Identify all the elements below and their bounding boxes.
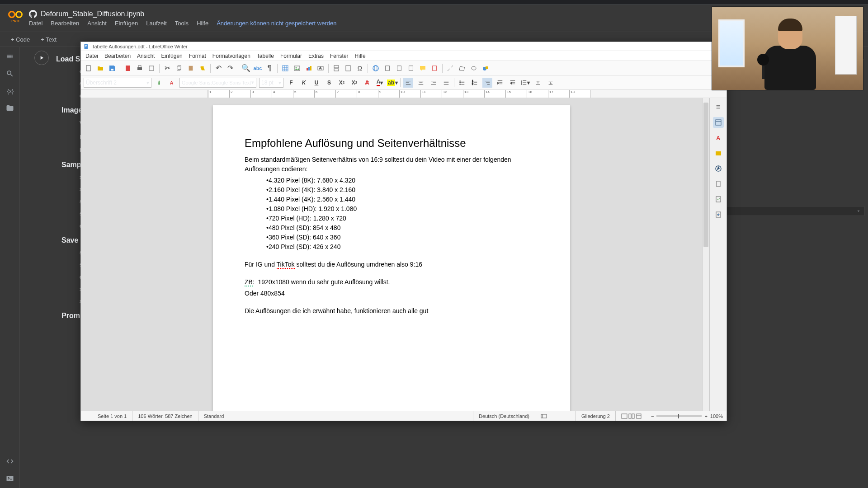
italic-button[interactable]: K	[299, 78, 309, 88]
doc-heading[interactable]: Empfohlene Auflösung und Seitenverhältni…	[245, 137, 538, 150]
para-spacing-inc-button[interactable]	[533, 78, 543, 88]
lo-menu-formatvorlagen[interactable]: Formatvorlagen	[212, 53, 250, 59]
status-view-icons[interactable]	[616, 411, 647, 421]
bullet-0[interactable]: •4.320 Pixel (8K): 7.680 x 4.320	[266, 176, 538, 185]
doc-final[interactable]: Die Auflösungen die ich erwähnt habe, fu…	[245, 306, 538, 316]
lo-page-area[interactable]: Empfohlene Auflösung und Seitenverhältni…	[81, 98, 702, 411]
sidebar-page-icon[interactable]	[713, 178, 724, 189]
add-code-button[interactable]: + Code	[7, 34, 33, 45]
paste-icon[interactable]	[186, 63, 196, 73]
doc-oder[interactable]: Oder 480x854	[245, 289, 538, 298]
bullet-list-button[interactable]	[457, 78, 467, 88]
save-icon[interactable]	[107, 63, 117, 73]
variables-icon[interactable]: {x}	[6, 87, 14, 95]
folder-icon[interactable]	[6, 104, 14, 112]
indent-dec-button[interactable]	[508, 78, 518, 88]
paragraph-style-combo[interactable]: Überschrift 2▾	[84, 78, 151, 88]
doc-bullets[interactable]: •4.320 Pixel (8K): 7.680 x 4.320 •2.160 …	[245, 176, 538, 252]
doc-intro[interactable]: Beim standardmäßigen Seitenverhältnis vo…	[245, 155, 538, 174]
font-name-combo[interactable]: Google Sans;Google Sans Text;R▾	[179, 78, 256, 88]
lo-menu-ansicht[interactable]: Ansicht	[137, 53, 155, 59]
menu-datei[interactable]: Datei	[29, 20, 42, 27]
cut-icon[interactable]: ✂	[162, 63, 172, 73]
zoom-value[interactable]: 100%	[710, 413, 723, 419]
spellcheck-icon[interactable]: abc	[253, 63, 263, 73]
menu-bearbeiten[interactable]: Bearbeiten	[51, 20, 79, 27]
bullet-5[interactable]: •480 Pixel (SD): 854 x 480	[266, 223, 538, 233]
status-style[interactable]: Standard	[198, 411, 473, 421]
new-doc-icon[interactable]	[84, 63, 94, 73]
lo-ruler[interactable]: 123456789101112131415161718	[81, 90, 726, 98]
run-cell-button[interactable]	[34, 51, 49, 65]
lo-menu-extras[interactable]: Extras	[308, 53, 324, 59]
sidebar-properties-icon[interactable]	[713, 117, 724, 128]
sidebar-navigator-icon[interactable]	[713, 163, 724, 174]
copy-icon[interactable]	[174, 63, 184, 73]
notebook-filename[interactable]: Deforum_Stable_Diffusion.ipynb	[41, 10, 144, 18]
status-outline[interactable]: Gliederung 2	[576, 411, 616, 421]
font-size-combo[interactable]: 18 pt▾	[259, 78, 283, 88]
number-list-button[interactable]: 123	[470, 78, 480, 88]
image-icon[interactable]	[292, 63, 302, 73]
lo-titlebar[interactable]: Tabelle Auflösungen.odt - LibreOffice Wr…	[81, 42, 726, 51]
find-icon[interactable]: 🔍	[241, 63, 251, 73]
code-icon[interactable]	[6, 457, 14, 465]
draw-functions-icon[interactable]	[469, 63, 479, 73]
outline-list-button[interactable]	[482, 78, 492, 88]
subscript-button[interactable]: X2	[349, 78, 359, 88]
comment-icon[interactable]	[418, 63, 428, 73]
lo-menu-fenster[interactable]: Fenster	[330, 53, 349, 59]
cross-ref-icon[interactable]	[406, 63, 416, 73]
bullet-3[interactable]: •1.080 Pixel (HD): 1.920 x 1.080	[266, 204, 538, 214]
lo-menu-einfuegen[interactable]: Einfügen	[161, 53, 182, 59]
line-spacing-button[interactable]: ▾	[520, 78, 530, 88]
lo-menu-tabelle[interactable]: Tabelle	[257, 53, 274, 59]
strike-button[interactable]: S	[324, 78, 334, 88]
align-left-button[interactable]	[403, 78, 413, 88]
lo-menu-datei[interactable]: Datei	[85, 53, 98, 59]
page-break-icon[interactable]	[331, 63, 341, 73]
status-insert-mode[interactable]	[535, 411, 576, 421]
sidebar-styles-icon[interactable]: A	[713, 132, 724, 143]
status-words[interactable]: 106 Wörter, 587 Zeichen	[132, 411, 198, 421]
toc-icon[interactable]	[6, 52, 14, 61]
textbox-icon[interactable]: A	[316, 63, 326, 73]
scroll-thumb[interactable]	[703, 103, 708, 247]
para-spacing-dec-button[interactable]	[546, 78, 556, 88]
clone-format-icon[interactable]	[198, 63, 208, 73]
table-icon[interactable]	[280, 63, 290, 73]
field-icon[interactable]	[343, 63, 353, 73]
show-draw-icon[interactable]	[481, 63, 491, 73]
bullet-2[interactable]: •1.440 Pixel (4K): 2.560 x 1.440	[266, 195, 538, 204]
underline-button[interactable]: U	[311, 78, 321, 88]
doc-ig[interactable]: Für IG und TikTok solltest du die Auflös…	[245, 260, 538, 269]
new-style-icon[interactable]: A	[167, 78, 177, 88]
align-center-button[interactable]	[416, 78, 426, 88]
footnote-icon[interactable]	[382, 63, 392, 73]
bold-button[interactable]: F	[286, 78, 296, 88]
bullet-1[interactable]: •2.160 Pixel (4K): 3.840 x 2.160	[266, 185, 538, 195]
lo-menu-hilfe[interactable]: Hilfe	[355, 53, 366, 59]
status-page[interactable]: Seite 1 von 1	[92, 411, 132, 421]
undo-icon[interactable]: ↶	[213, 63, 223, 73]
track-changes-icon[interactable]	[429, 63, 439, 73]
redo-icon[interactable]: ↷	[225, 63, 235, 73]
font-color-button[interactable]: A▾	[375, 78, 385, 88]
shapes-icon[interactable]	[457, 63, 467, 73]
bullet-7[interactable]: •240 Pixel (SD): 426 x 240	[266, 242, 538, 252]
menu-hilfe[interactable]: Hilfe	[197, 20, 208, 27]
update-style-icon[interactable]	[154, 78, 164, 88]
print-preview-icon[interactable]	[146, 63, 156, 73]
menu-einfuegen[interactable]: Einfügen	[115, 20, 138, 27]
chart-icon[interactable]	[304, 63, 314, 73]
add-text-button[interactable]: + Text	[37, 34, 60, 45]
formatting-marks-icon[interactable]: ¶	[264, 63, 274, 73]
special-char-icon[interactable]: Ω	[355, 63, 365, 73]
menu-ansicht[interactable]: Ansicht	[87, 20, 107, 27]
zoom-slider[interactable]	[656, 415, 702, 417]
clear-format-button[interactable]: A̷	[362, 78, 372, 88]
save-warning[interactable]: Änderungen können nicht gespeichert werd…	[217, 20, 336, 27]
hyperlink-icon[interactable]	[371, 63, 381, 73]
bullet-4[interactable]: •720 Pixel (HD): 1.280 x 720	[266, 214, 538, 223]
search-icon[interactable]	[6, 70, 14, 78]
